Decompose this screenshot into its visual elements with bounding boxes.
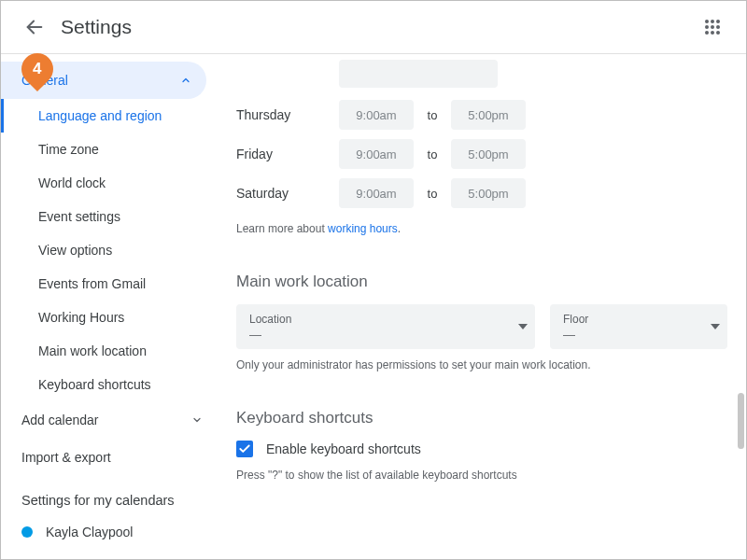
sidebar-item-events-from-gmail[interactable]: Events from Gmail xyxy=(1,267,218,301)
start-time-input[interactable] xyxy=(350,187,402,201)
svg-point-5 xyxy=(711,25,714,29)
keyboard-shortcuts-title: Keyboard shortcuts xyxy=(236,409,727,427)
sidebar-section-add-calendar[interactable]: Add calendar xyxy=(1,401,218,439)
svg-point-3 xyxy=(716,20,720,23)
svg-point-8 xyxy=(711,31,714,35)
working-hours-learn-more: Learn more about working hours. xyxy=(236,222,727,235)
sidebar-item-language-region[interactable]: Language and region xyxy=(1,99,218,133)
end-time-input[interactable] xyxy=(462,187,514,201)
svg-point-6 xyxy=(716,25,720,29)
sidebar-item-import-export[interactable]: Import & export xyxy=(1,439,218,476)
start-time-input[interactable] xyxy=(350,108,402,122)
time-range-pill-partial[interactable] xyxy=(339,60,498,88)
working-hours-day: Saturday xyxy=(236,186,339,201)
calendar-color-dot-icon xyxy=(21,526,33,538)
to-label: to xyxy=(414,147,451,161)
main-content: ThursdaytoFridaytoSaturdayto Learn more … xyxy=(218,54,746,559)
sidebar-item-main-work-location[interactable]: Main work location xyxy=(1,334,218,368)
svg-point-9 xyxy=(716,31,720,35)
floor-select[interactable]: Floor — xyxy=(550,304,727,349)
end-time-field[interactable] xyxy=(451,100,526,130)
sidebar-calendar-label: Kayla Claypool xyxy=(46,525,133,539)
start-time-input[interactable] xyxy=(350,147,402,161)
floor-select-label: Floor xyxy=(563,313,588,326)
page-title: Settings xyxy=(61,16,132,38)
working-hours-day: Thursday xyxy=(236,107,339,122)
working-hours-day: Friday xyxy=(236,147,339,161)
working-hours-link[interactable]: working hours xyxy=(328,222,398,235)
arrow-left-icon xyxy=(24,17,45,37)
to-label: to xyxy=(414,187,451,201)
start-time-field[interactable] xyxy=(339,100,414,130)
app-header: Settings xyxy=(1,1,746,53)
sidebar-section-general[interactable]: General xyxy=(1,62,206,99)
keyboard-shortcuts-hint: Press "?" to show the list of available … xyxy=(236,469,727,482)
caret-down-icon xyxy=(711,324,720,329)
check-icon xyxy=(238,442,251,455)
to-label: to xyxy=(414,108,451,122)
location-select-label: Location xyxy=(249,313,291,326)
end-time-field[interactable] xyxy=(451,178,526,208)
svg-point-7 xyxy=(705,31,709,35)
sidebar-item-time-zone[interactable]: Time zone xyxy=(1,133,218,166)
sidebar-item-event-settings[interactable]: Event settings xyxy=(1,200,218,233)
chevron-up-icon xyxy=(180,75,191,86)
sidebar-calendar-item[interactable]: Kayla Claypool xyxy=(1,515,218,549)
end-time-input[interactable] xyxy=(462,108,514,122)
sidebar-item-keyboard-shortcuts[interactable]: Keyboard shortcuts xyxy=(1,368,218,401)
floor-select-value: — xyxy=(563,328,588,342)
working-hours-row: Saturdayto xyxy=(236,175,727,211)
sidebar-section-label: General xyxy=(21,73,68,88)
enable-shortcuts-label: Enable keyboard shortcuts xyxy=(266,441,421,456)
main-work-location-hint: Only your administrator has permissions … xyxy=(236,358,727,371)
location-select[interactable]: Location — xyxy=(236,304,535,349)
sidebar-item-view-options[interactable]: View options xyxy=(1,233,218,267)
start-time-field[interactable] xyxy=(339,139,414,169)
google-apps-button[interactable] xyxy=(694,8,731,46)
start-time-field[interactable] xyxy=(339,178,414,208)
svg-point-4 xyxy=(705,25,709,29)
chevron-down-icon xyxy=(191,414,203,426)
working-hours-row: Thursdayto xyxy=(236,97,727,133)
caret-down-icon xyxy=(518,324,528,329)
sidebar: General Language and region Time zone Wo… xyxy=(1,54,218,559)
svg-point-2 xyxy=(711,20,714,23)
main-work-location-title: Main work location xyxy=(236,273,727,291)
apps-grid-icon xyxy=(704,19,721,35)
scrollbar-thumb[interactable] xyxy=(738,393,744,449)
end-time-input[interactable] xyxy=(462,147,514,161)
end-time-field[interactable] xyxy=(451,139,526,169)
enable-shortcuts-checkbox[interactable] xyxy=(236,441,253,457)
back-button[interactable] xyxy=(16,8,53,46)
sidebar-item-working-hours[interactable]: Working Hours xyxy=(1,301,218,334)
working-hours-row: Fridayto xyxy=(236,136,727,172)
sidebar-item-world-clock[interactable]: World clock xyxy=(1,166,218,200)
location-select-value: — xyxy=(249,328,291,342)
svg-point-1 xyxy=(705,20,709,23)
sidebar-my-calendars-title: Settings for my calendars xyxy=(1,476,218,515)
